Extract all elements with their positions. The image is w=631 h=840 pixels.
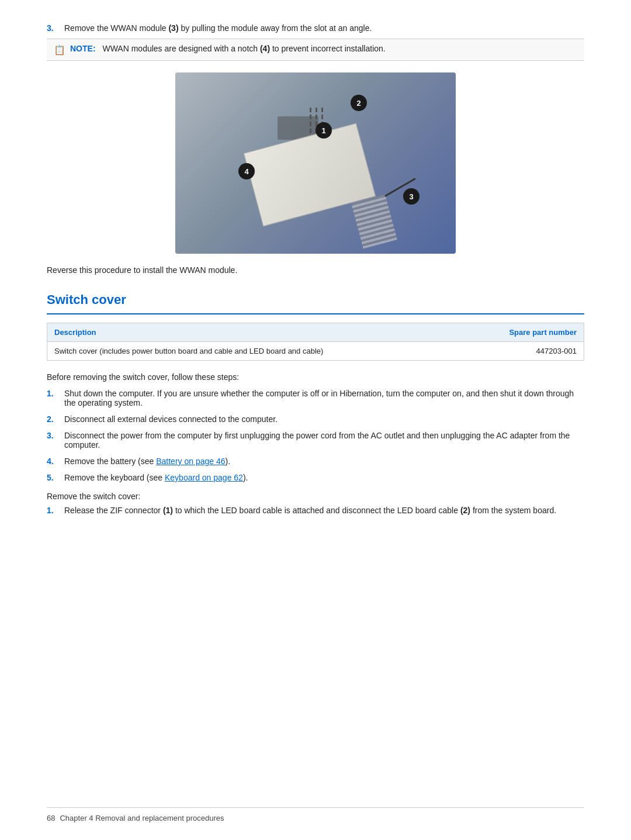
col-part-number: Spare part number — [463, 323, 584, 342]
wwan-module-card — [244, 123, 376, 226]
prereq-step-5: 5. Remove the keyboard (see Keyboard on … — [47, 473, 584, 482]
table-row: Switch cover (includes power button boar… — [47, 342, 584, 361]
part-description: Switch cover (includes power button boar… — [47, 342, 464, 361]
parts-table-header: Description Spare part number — [47, 323, 584, 342]
footer-page-number: 68 — [47, 814, 55, 822]
part-number-value: 447203-001 — [463, 342, 584, 361]
callout-2: 2 — [351, 95, 367, 111]
reverse-procedure-text: Reverse this procedure to install the WW… — [47, 265, 584, 275]
wwan-diagram-container: 1 2 3 4 — [47, 72, 584, 254]
remove-cover-intro: Remove the switch cover: — [47, 492, 584, 501]
prereq-step-number-4: 4. — [47, 457, 64, 466]
note-content: NOTE: WWAN modules are designed with a n… — [70, 44, 386, 53]
prereq-step-text-2: Disconnect all external devices connecte… — [64, 414, 584, 424]
prereq-step-1: 1. Shut down the computer. If you are un… — [47, 389, 584, 407]
note-box: 📋 NOTE: WWAN modules are designed with a… — [47, 39, 584, 61]
footer-chapter-text: Chapter 4 Removal and replacement proced… — [60, 814, 584, 822]
cover-step-number-1: 1. — [47, 506, 64, 515]
diagram-inner: 1 2 3 4 — [175, 72, 456, 254]
parts-table-header-row: Description Spare part number — [47, 323, 584, 342]
cover-step-text-1: Release the ZIF connector (1) to which t… — [64, 506, 584, 515]
wwan-step-3: 3. Remove the WWAN module (3) by pulling… — [47, 23, 584, 33]
callout-1: 1 — [316, 122, 332, 139]
callout-4: 4 — [238, 163, 255, 179]
parts-table-body: Switch cover (includes power button boar… — [47, 342, 584, 361]
page-footer: 68 Chapter 4 Removal and replacement pro… — [47, 807, 584, 822]
wwan-diagram: 1 2 3 4 — [175, 72, 456, 254]
before-removing-intro: Before removing the switch cover, follow… — [47, 372, 584, 382]
note-icon: 📋 — [54, 44, 65, 56]
note-bold-ref: (4) — [260, 44, 270, 53]
prereq-step-text-5: Remove the keyboard (see Keyboard on pag… — [64, 473, 584, 482]
section-title-switch-cover: Switch cover — [47, 292, 584, 307]
note-label: NOTE: — [70, 44, 96, 53]
cover-step-1: 1. Release the ZIF connector (1) to whic… — [47, 506, 584, 515]
prereq-step-text-4: Remove the battery (see Battery on page … — [64, 457, 584, 466]
bold-ref-3: (3) — [168, 23, 178, 33]
prereq-step-text-3: Disconnect the power from the computer b… — [64, 431, 584, 450]
step-text-3: Remove the WWAN module (3) by pulling th… — [64, 23, 584, 33]
section-divider — [47, 313, 584, 314]
step-number-3: 3. — [47, 23, 64, 33]
prereq-step-3: 3. Disconnect the power from the compute… — [47, 431, 584, 450]
col-description: Description — [47, 323, 464, 342]
prereq-step-number-2: 2. — [47, 414, 64, 424]
remove-cover-steps: 1. Release the ZIF connector (1) to whic… — [47, 506, 584, 515]
callout-3: 3 — [403, 188, 419, 205]
bold-ref-connector: (1) — [163, 506, 173, 515]
module-stripes — [351, 195, 397, 249]
bold-ref-cable: (2) — [460, 506, 470, 515]
battery-link[interactable]: Battery on page 46 — [156, 457, 225, 466]
prereq-step-number-3: 3. — [47, 431, 64, 440]
keyboard-link[interactable]: Keyboard on page 62 — [165, 473, 243, 482]
prereq-step-text-1: Shut down the computer. If you are unsur… — [64, 389, 584, 407]
parts-table: Description Spare part number Switch cov… — [47, 323, 584, 361]
prereq-step-number-1: 1. — [47, 389, 64, 398]
prereq-step-2: 2. Disconnect all external devices conne… — [47, 414, 584, 424]
prereq-step-4: 4. Remove the battery (see Battery on pa… — [47, 457, 584, 466]
prereq-step-number-5: 5. — [47, 473, 64, 482]
before-removing-steps: 1. Shut down the computer. If you are un… — [47, 389, 584, 482]
